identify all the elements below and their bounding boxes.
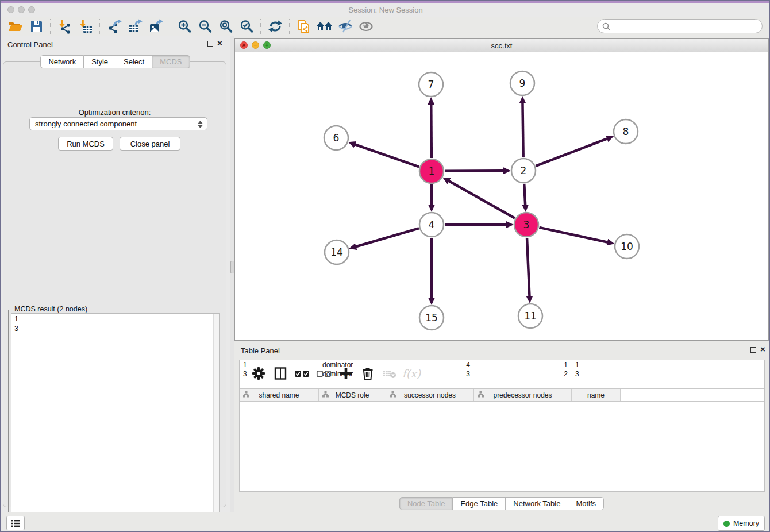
svg-text:6: 6 (333, 132, 340, 144)
graph-edge-2-8[interactable] (536, 138, 607, 166)
panel-splitter[interactable] (230, 36, 234, 512)
mcds-result-group: MCDS result (2 nodes) 13 (8, 310, 222, 530)
show-column-icon[interactable] (270, 364, 291, 383)
delete-table-icon[interactable] (379, 364, 401, 383)
graph-node-8[interactable]: 8 (614, 119, 638, 144)
mcds-tab-content: Optimization criterion: strongly connect… (3, 61, 226, 507)
graph-edge-1-7[interactable] (431, 104, 432, 158)
graph-node-10[interactable]: 10 (615, 234, 639, 259)
float-panel-icon[interactable] (207, 41, 213, 47)
tab-mcds[interactable]: MCDS (152, 55, 190, 68)
graph-node-6[interactable]: 6 (324, 126, 348, 150)
import-network-icon[interactable] (55, 18, 75, 35)
select-all-icon[interactable] (291, 364, 313, 383)
column-header-predecessor-nodes[interactable]: predecessor nodes (474, 389, 572, 401)
node-table: f(x) shared nameMCDS rolesuccessor nodes… (239, 360, 765, 492)
table-tab-motifs[interactable]: Motifs (568, 497, 604, 510)
titlebar: Session: New Session (1, 3, 770, 17)
level-of-detail-icon[interactable] (356, 18, 376, 35)
ndex-home-icon[interactable] (314, 18, 335, 35)
deselect-all-icon[interactable] (313, 364, 335, 383)
graph-node-14[interactable]: 14 (325, 240, 349, 264)
graph-node-4[interactable]: 4 (419, 213, 444, 237)
graph-node-2[interactable]: 2 (511, 159, 536, 183)
graph-node-1[interactable]: 1 (419, 159, 444, 183)
column-header-successor-nodes[interactable]: successor nodes (386, 389, 474, 401)
search-icon (602, 22, 610, 30)
svg-text:7: 7 (428, 79, 434, 90)
fit-content-icon[interactable] (215, 18, 236, 35)
graph-node-9[interactable]: 9 (510, 71, 534, 95)
svg-text:10: 10 (621, 241, 633, 252)
import-table-icon[interactable] (75, 18, 96, 35)
mcds-result-line: 3 (11, 323, 219, 333)
close-panel-button[interactable]: Close panel (120, 137, 180, 151)
optimization-criterion-label: Optimization criterion: (3, 108, 226, 117)
graph-edge-1-6[interactable] (355, 144, 419, 167)
zoom-out-icon[interactable] (195, 18, 215, 35)
export-image-icon[interactable] (145, 18, 166, 35)
export-table-icon[interactable] (125, 18, 145, 35)
criterion-dropdown[interactable]: strongly connected component (29, 117, 207, 130)
zoom-selected-icon[interactable] (236, 18, 257, 35)
mcds-result-scrollbar[interactable] (213, 314, 219, 527)
export-network-icon[interactable] (104, 18, 125, 35)
table-panel: Table Panel × (234, 342, 769, 512)
memory-button[interactable]: Memory (718, 516, 765, 531)
table-tab-network-table[interactable]: Network Table (506, 497, 568, 510)
delete-row-icon[interactable] (357, 364, 379, 383)
add-row-icon[interactable] (335, 364, 357, 383)
table-tab-node-table[interactable]: Node Table (399, 497, 453, 510)
graph-edge-3-11[interactable] (527, 238, 529, 296)
tab-style[interactable]: Style (84, 55, 116, 68)
graph-node-3[interactable]: 3 (514, 213, 538, 237)
task-history-button[interactable] (6, 516, 25, 530)
list-icon (11, 520, 20, 527)
apply-layout-icon[interactable] (265, 18, 286, 35)
svg-text:8: 8 (623, 126, 629, 137)
search-input[interactable] (613, 21, 762, 31)
close-panel-icon[interactable]: × (217, 38, 222, 48)
graph-edge-3-10[interactable] (539, 228, 607, 242)
toolbar-separator (50, 19, 51, 34)
graph-edge-2-9[interactable] (522, 103, 523, 157)
svg-text:3: 3 (523, 219, 530, 230)
tab-network[interactable]: Network (40, 55, 84, 68)
tree-hierarchy-icon (478, 391, 484, 399)
table-settings-icon[interactable] (248, 364, 270, 383)
toolbar-separator (289, 19, 290, 34)
graph-edge-2-3[interactable] (524, 184, 525, 205)
toolbar-separator (170, 19, 171, 34)
hide-graphics-details-icon[interactable] (335, 18, 356, 35)
column-header-shared-name[interactable]: shared name (240, 389, 319, 401)
table-panel-title: Table Panel (241, 346, 280, 355)
zoom-in-icon[interactable] (174, 18, 195, 35)
graph-edge-3-1[interactable] (449, 181, 515, 218)
apply-function-icon[interactable]: f(x) (401, 364, 422, 383)
graph-edge-4-14[interactable] (356, 228, 419, 246)
criterion-value: strongly connected component (35, 119, 137, 128)
svg-text:15: 15 (425, 312, 438, 323)
control-panel-tabs: NetworkStyleSelectMCDS (1, 55, 230, 68)
dropdown-stepper-icon (198, 120, 203, 130)
tab-select[interactable]: Select (116, 55, 152, 68)
open-session-icon[interactable] (5, 18, 26, 35)
tree-hierarchy-icon (243, 391, 249, 399)
search-box (597, 19, 763, 33)
column-header-name[interactable]: name (572, 389, 621, 401)
run-mcds-button[interactable]: Run MCDS (58, 137, 113, 151)
column-header-MCDS-role[interactable]: MCDS role (319, 389, 386, 401)
network-canvas[interactable]: 7968124314101511 (235, 52, 768, 340)
graph-node-15[interactable]: 15 (419, 306, 444, 330)
graph-node-11[interactable]: 11 (518, 304, 542, 328)
network-window-title: scc.txt (235, 41, 768, 50)
network-view-window: × − + scc.txt 7968124314101511 (234, 38, 769, 341)
close-table-panel-icon[interactable]: × (760, 345, 765, 354)
mcds-result-textarea[interactable]: 13 (11, 313, 220, 527)
float-table-panel-icon[interactable] (750, 347, 756, 353)
graph-node-7[interactable]: 7 (419, 72, 443, 97)
clone-network-icon[interactable] (294, 18, 314, 35)
save-session-icon[interactable] (26, 18, 47, 35)
graph-edge-1-2[interactable] (445, 171, 504, 171)
table-tab-edge-table[interactable]: Edge Table (453, 497, 506, 510)
